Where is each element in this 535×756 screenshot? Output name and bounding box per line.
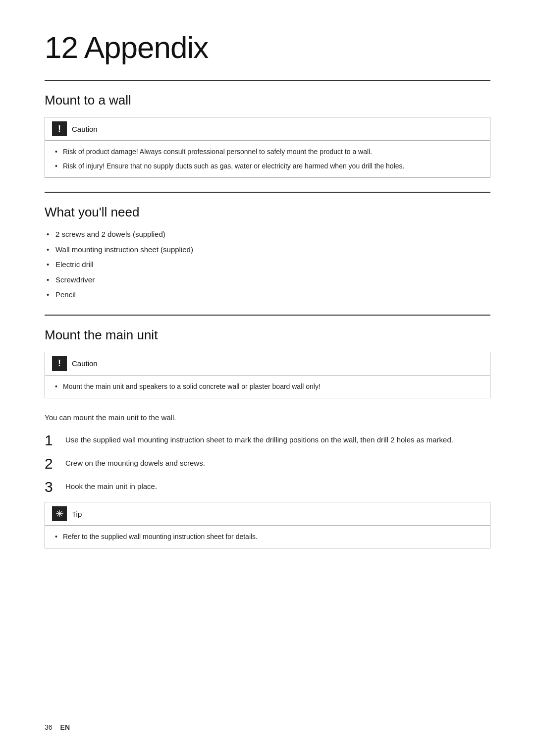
divider-3 (45, 315, 490, 316)
language-label: EN (60, 723, 70, 731)
step-item-3: 3 Hook the main unit in place. (45, 479, 490, 495)
caution-label-2: Caution (72, 359, 98, 368)
tip-header: ✳ Tip (45, 502, 490, 526)
tip-list: Refer to the supplied wall mounting inst… (54, 532, 481, 542)
page-footer: 36 EN (45, 723, 70, 731)
mount-main-unit-title: Mount the main unit (45, 327, 490, 343)
step-number-1: 1 (45, 432, 58, 448)
step-number-2: 2 (45, 455, 58, 472)
step-text-2: Crew on the mounting dowels and screws. (65, 455, 205, 469)
mount-to-wall-section: Mount to a wall ! Caution Risk of produc… (45, 93, 490, 178)
tip-label: Tip (72, 510, 82, 518)
caution-icon-1: ! (52, 121, 67, 136)
list-item-1: 2 screws and 2 dowels (supplied) (45, 229, 490, 240)
tip-body: Refer to the supplied wall mounting inst… (45, 526, 490, 548)
page-number: 36 (45, 723, 53, 731)
what-you-need-section: What you'll need 2 screws and 2 dowels (… (45, 205, 490, 301)
caution-header-2: ! Caution (45, 352, 490, 376)
caution-header-1: ! Caution (45, 117, 490, 141)
divider-2 (45, 192, 490, 193)
what-you-need-title: What you'll need (45, 205, 490, 220)
list-item-2: Wall mounting instruction sheet (supplie… (45, 244, 490, 256)
page-title: 12 Appendix (45, 30, 490, 65)
caution-item-1-2: Risk of injury! Ensure that no supply du… (54, 161, 481, 171)
caution-box-1: ! Caution Risk of product damage! Always… (45, 117, 490, 178)
step-text-3: Hook the main unit in place. (65, 479, 157, 492)
divider-1 (45, 80, 490, 81)
caution-icon-2: ! (52, 356, 67, 371)
step-item-2: 2 Crew on the mounting dowels and screws… (45, 455, 490, 472)
caution-item-2-1: Mount the main unit and speakers to a so… (54, 381, 481, 392)
list-item-5: Pencil (45, 289, 490, 301)
list-item-3: Electric drill (45, 259, 490, 270)
mount-intro-text: You can mount the main unit to the wall. (45, 412, 490, 424)
caution-box-2: ! Caution Mount the main unit and speake… (45, 352, 490, 398)
caution-list-1: Risk of product damage! Always consult p… (54, 147, 481, 171)
tip-box: ✳ Tip Refer to the supplied wall mountin… (45, 502, 490, 548)
mount-to-wall-title: Mount to a wall (45, 93, 490, 108)
caution-label-1: Caution (72, 125, 98, 133)
caution-item-1-1: Risk of product damage! Always consult p… (54, 147, 481, 157)
steps-list: 1 Use the supplied wall mounting instruc… (45, 432, 490, 495)
caution-body-1: Risk of product damage! Always consult p… (45, 141, 490, 177)
step-text-1: Use the supplied wall mounting instructi… (65, 432, 453, 445)
list-item-4: Screwdriver (45, 274, 490, 286)
what-you-need-list: 2 screws and 2 dowels (supplied) Wall mo… (45, 229, 490, 301)
step-item-1: 1 Use the supplied wall mounting instruc… (45, 432, 490, 448)
mount-main-unit-section: Mount the main unit ! Caution Mount the … (45, 327, 490, 549)
caution-body-2: Mount the main unit and speakers to a so… (45, 376, 490, 398)
caution-list-2: Mount the main unit and speakers to a so… (54, 381, 481, 392)
tip-icon: ✳ (52, 506, 67, 521)
step-number-3: 3 (45, 479, 58, 495)
tip-item-1: Refer to the supplied wall mounting inst… (54, 532, 481, 542)
